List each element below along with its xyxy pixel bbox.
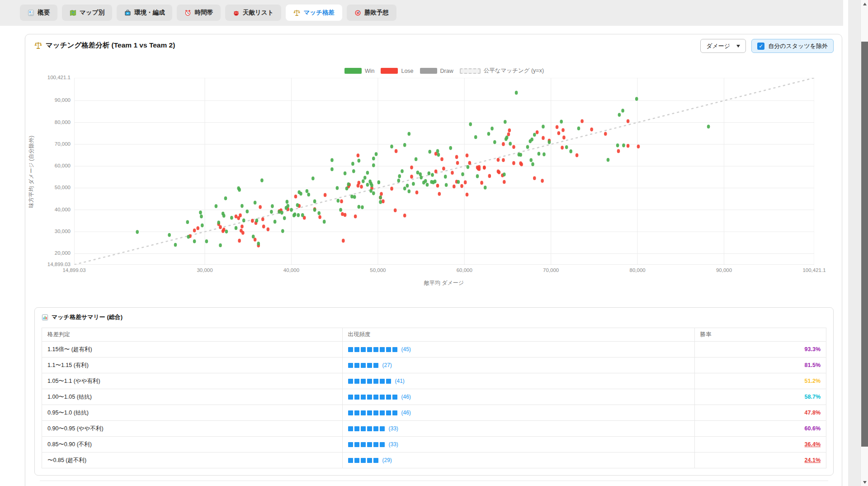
frequency-bar-unit bbox=[361, 458, 366, 463]
data-point-win bbox=[622, 143, 625, 148]
data-point-lose bbox=[536, 130, 539, 134]
data-point-win bbox=[377, 181, 381, 185]
data-point-win bbox=[390, 144, 393, 148]
data-point-win bbox=[530, 138, 533, 142]
data-point-lose bbox=[576, 153, 579, 157]
summary-title-row: マッチ格差サマリー (総合) bbox=[42, 313, 123, 321]
data-point-win bbox=[457, 180, 460, 184]
data-point-lose bbox=[410, 166, 413, 170]
data-point-lose bbox=[241, 224, 244, 229]
tab-time-band[interactable]: 時間帯 bbox=[177, 5, 221, 21]
data-point-win bbox=[296, 203, 299, 207]
data-point-win bbox=[219, 243, 222, 248]
data-point-lose bbox=[380, 192, 383, 196]
data-point-win bbox=[201, 224, 204, 228]
column-header: 出現頻度 bbox=[342, 328, 694, 342]
scatter-chart: 味方平均 ダメージ (自分除外) 敵平均 ダメージ 14,899.0320,00… bbox=[25, 34, 843, 315]
data-point-lose bbox=[262, 224, 265, 229]
data-point-lose bbox=[196, 226, 199, 230]
data-point-win bbox=[323, 220, 326, 224]
data-point-win bbox=[529, 158, 533, 162]
data-point-lose bbox=[541, 179, 544, 183]
data-point-win bbox=[238, 188, 241, 192]
data-point-win bbox=[336, 186, 339, 190]
scale-icon bbox=[293, 10, 300, 16]
match-count: (33) bbox=[389, 441, 398, 448]
win-rate-cell: 60.6% bbox=[694, 421, 826, 437]
data-point-lose bbox=[464, 181, 467, 185]
data-point-win bbox=[260, 178, 264, 182]
data-point-win bbox=[225, 229, 228, 233]
data-point-win bbox=[487, 132, 491, 136]
y-tick-label: 50,000 bbox=[25, 185, 71, 190]
data-point-win bbox=[515, 91, 518, 95]
data-point-win bbox=[403, 186, 406, 191]
gap-judgement-cell: 1.15倍〜 (超有利) bbox=[42, 342, 343, 357]
data-point-lose bbox=[617, 149, 620, 153]
data-point-win bbox=[484, 186, 487, 190]
table-row: 1.00〜1.05 (拮抗)(46)58.7% bbox=[42, 389, 826, 405]
tab-env-composition[interactable]: 環境・編成 bbox=[117, 5, 173, 21]
data-point-win bbox=[542, 125, 545, 129]
data-point-lose bbox=[451, 171, 454, 175]
frequency-cell: (41) bbox=[342, 373, 694, 389]
frequency-bar-unit bbox=[348, 379, 353, 384]
data-point-win bbox=[246, 210, 249, 214]
frequency-bar-unit bbox=[380, 426, 385, 431]
scrollbar-down-arrow[interactable] bbox=[861, 478, 868, 486]
tab-by-map[interactable]: マップ別 bbox=[62, 5, 112, 21]
data-point-win bbox=[420, 176, 423, 180]
data-point-win bbox=[363, 176, 367, 180]
frequency-bar-unit bbox=[386, 379, 391, 384]
gap-judgement-cell: 0.85〜0.90 (不利) bbox=[42, 437, 343, 453]
clock-icon bbox=[184, 10, 191, 16]
data-point-lose bbox=[503, 180, 506, 184]
data-point-win bbox=[287, 204, 290, 208]
match-count: (46) bbox=[401, 410, 411, 416]
data-point-win bbox=[230, 216, 233, 220]
scrollbar-up-arrow[interactable] bbox=[861, 0, 868, 8]
data-point-win bbox=[416, 171, 420, 175]
data-point-win bbox=[616, 143, 619, 148]
table-row: 0.85〜0.90 (不利)(33)36.4% bbox=[42, 437, 826, 453]
data-point-win bbox=[375, 152, 378, 156]
data-point-win bbox=[505, 136, 509, 140]
data-point-win bbox=[406, 184, 409, 188]
data-point-win bbox=[353, 195, 356, 199]
frequency-bar-unit bbox=[354, 379, 359, 384]
data-point-win bbox=[283, 216, 286, 220]
data-point-win bbox=[467, 165, 470, 169]
table-row: 1.05〜1.1 (やや有利)(41)51.2% bbox=[42, 373, 826, 389]
frequency-bar-unit bbox=[367, 379, 372, 384]
data-point-win bbox=[352, 169, 355, 173]
data-point-lose bbox=[466, 153, 469, 157]
tab-match-gap[interactable]: マッチ格差 bbox=[286, 5, 342, 21]
data-point-win bbox=[270, 210, 273, 214]
tab-nemesis-list[interactable]: 天敵リスト bbox=[225, 5, 281, 21]
data-point-lose bbox=[562, 136, 566, 140]
data-point-lose bbox=[239, 214, 242, 218]
frequency-bar-unit bbox=[367, 458, 372, 463]
win-rate: 81.5% bbox=[805, 362, 821, 368]
page: 概要マップ別環境・編成時間帯天敵リストマッチ格差勝敗予想 マッチング格差分析 (… bbox=[0, 0, 868, 486]
tab-label: マップ別 bbox=[80, 9, 104, 17]
data-point-win bbox=[437, 153, 440, 157]
frequency-bar-unit bbox=[361, 442, 366, 447]
match-count: (33) bbox=[389, 425, 398, 432]
tab-win-loss-prediction[interactable]: 勝敗予想 bbox=[347, 5, 396, 21]
frequency-bar-unit bbox=[373, 347, 378, 352]
data-point-lose bbox=[294, 195, 297, 199]
data-point-win bbox=[428, 172, 431, 176]
tab-overview[interactable]: 概要 bbox=[20, 5, 57, 21]
data-point-win bbox=[299, 192, 302, 196]
data-point-lose bbox=[520, 162, 523, 167]
frequency-bar-unit bbox=[367, 363, 372, 368]
data-point-win bbox=[366, 171, 369, 175]
data-point-win bbox=[297, 213, 300, 217]
data-point-win bbox=[577, 126, 580, 130]
data-point-lose bbox=[261, 217, 264, 221]
data-point-win bbox=[504, 120, 507, 124]
win-rate: 36.4% bbox=[805, 441, 821, 448]
scrollbar-thumb[interactable] bbox=[861, 42, 868, 447]
data-point-lose bbox=[436, 184, 439, 188]
